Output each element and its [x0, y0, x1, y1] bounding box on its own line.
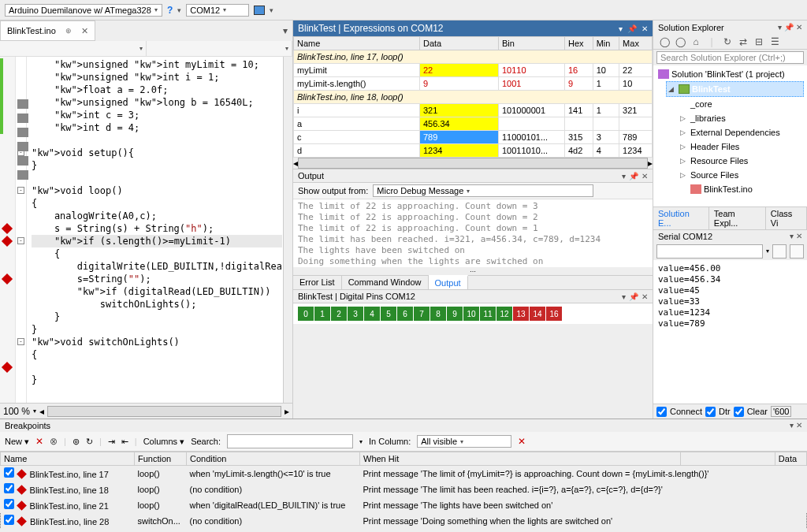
tree-item[interactable]: BlinkTest.ino [679, 182, 804, 196]
expr-scrollbar[interactable] [298, 158, 648, 169]
delete-all-icon[interactable]: ⊗ [50, 436, 58, 447]
connect-checkbox[interactable] [656, 407, 667, 417]
code-area[interactable]: ---- "kw">unsigned "kw">int myLimit = 10… [0, 57, 292, 403]
code-nav[interactable] [0, 41, 292, 57]
zoom-dropdown[interactable]: ▾ [33, 407, 36, 415]
delete-icon[interactable]: ✕ [35, 436, 43, 447]
fwd-icon[interactable]: ◯ [674, 36, 686, 47]
close-icon[interactable]: ✕ [796, 23, 802, 32]
dtr-checkbox[interactable] [705, 407, 716, 417]
dropdown-icon[interactable]: ▾ [790, 421, 794, 430]
sync-icon[interactable]: ⇄ [737, 36, 749, 47]
tree-item[interactable]: ▷ Source Files [679, 168, 804, 182]
pin-icon[interactable]: 📌 [629, 172, 638, 180]
se-tab[interactable]: Class Vi [766, 207, 807, 229]
clear-checkbox[interactable] [734, 407, 744, 417]
tab-menu-icon[interactable]: ▾ [278, 25, 292, 36]
pin-icon[interactable]: 📌 [784, 23, 794, 32]
tree-item[interactable]: ▷ External Dependencies [679, 125, 804, 140]
output-tab[interactable]: Command Window [342, 276, 429, 289]
dropdown-icon[interactable]: ▾ [177, 6, 181, 14]
close-icon[interactable]: ✕ [796, 421, 802, 430]
back-icon[interactable]: ◯ [658, 36, 671, 47]
close-icon[interactable]: ✕ [642, 172, 648, 180]
refresh-icon[interactable]: ↻ [721, 36, 734, 47]
digital-pin[interactable]: 14 [530, 307, 545, 321]
scrollbar-h[interactable] [47, 406, 281, 417]
digital-pin[interactable]: 12 [496, 307, 512, 321]
editor-tab[interactable]: BlinkTest.ino ⊕ ✕ [0, 20, 95, 41]
serial-output[interactable]: value=456.00value=456.34value=45value=33… [653, 260, 807, 404]
buf-field[interactable]: '600 [771, 406, 791, 417]
digital-pin[interactable]: 11 [480, 307, 496, 321]
incol-combo[interactable]: All visible [417, 435, 511, 448]
output-tab[interactable]: Output [429, 275, 468, 289]
digital-pin[interactable]: 0 [298, 307, 314, 321]
output-title: Output [298, 171, 324, 180]
close-icon[interactable]: ✕ [796, 232, 802, 240]
digital-pin[interactable]: 4 [364, 307, 380, 321]
editor-panel: BlinkTest.ino ⊕ ✕ ▾ ---- "kw">unsigned "… [0, 20, 293, 419]
port-combo[interactable]: COM12 [186, 4, 249, 17]
dropdown-icon[interactable]: ▾ [619, 24, 623, 33]
close-icon[interactable]: ✕ [642, 292, 648, 301]
home-icon[interactable]: ⌂ [690, 36, 702, 47]
se-search[interactable]: Search Solution Explorer (Ctrl+;) [656, 51, 804, 64]
digital-pin[interactable]: 7 [414, 307, 430, 321]
scroll-left-icon[interactable]: ◂ [39, 406, 44, 417]
collapse-icon[interactable]: ⊟ [753, 36, 765, 47]
tree-item[interactable]: _core [679, 97, 804, 111]
digital-pin[interactable]: 13 [513, 307, 529, 321]
close-icon[interactable]: ✕ [81, 26, 88, 36]
output-source-combo[interactable]: Micro Debug Message [373, 184, 593, 197]
scrollbar-v[interactable] [283, 57, 292, 403]
scroll-right-icon[interactable]: ▸ [284, 406, 289, 417]
digital-pin[interactable]: 2 [331, 307, 347, 321]
enable-icon[interactable]: ⊚ [73, 437, 80, 447]
help-icon[interactable]: ? [167, 5, 173, 16]
close-icon[interactable]: ✕ [642, 24, 648, 33]
pin-icon[interactable]: 📌 [629, 292, 638, 301]
output-splitter[interactable]: ⋯ [293, 267, 653, 275]
digital-pin[interactable]: 5 [381, 307, 396, 321]
dropdown-icon[interactable]: ▾ [790, 232, 794, 240]
serial-btn-2[interactable] [790, 244, 804, 259]
serial-combo[interactable] [656, 244, 763, 259]
digital-pin[interactable]: 6 [397, 307, 413, 321]
dropdown-icon[interactable]: ▾ [622, 292, 626, 301]
se-tab[interactable]: Solution E... [653, 207, 709, 229]
columns-button[interactable]: Columns ▾ [143, 437, 184, 447]
board-combo[interactable]: Arduino Duemilanove w/ ATmega328 [5, 4, 162, 17]
export-icon[interactable]: ⇤ [121, 437, 128, 447]
expressions-table[interactable]: NameDataBinHexMinMaxBlinkTest.ino, line … [293, 36, 653, 158]
digital-pin[interactable]: 10 [463, 307, 479, 321]
redo-icon[interactable]: ↻ [86, 437, 93, 447]
monitor-icon[interactable] [254, 6, 265, 15]
output-text[interactable]: The limit of 22 is approaching. Count do… [293, 199, 653, 267]
clear-search-icon[interactable]: ✕ [518, 436, 526, 447]
import-icon[interactable]: ⇥ [108, 437, 115, 447]
serial-btn-1[interactable] [772, 244, 787, 259]
se-tab[interactable]: Team Expl... [709, 207, 766, 229]
solution-tree[interactable]: Solution 'BlinkTest' (1 project)◢ BlinkT… [653, 65, 807, 206]
search-input[interactable] [227, 434, 353, 448]
new-button[interactable]: New ▾ [5, 437, 29, 447]
output-tab[interactable]: Error List [293, 276, 342, 289]
pin-icon[interactable]: ⊕ [61, 24, 76, 38]
digital-pin[interactable]: 1 [314, 307, 330, 321]
props-icon[interactable]: ☰ [768, 36, 781, 47]
tree-project[interactable]: ◢ BlinkTest [666, 81, 804, 97]
dropdown-icon[interactable]: ▾ [622, 172, 626, 180]
zoom-label: 100 % [3, 406, 30, 417]
pin-icon[interactable]: 📌 [627, 24, 637, 33]
breakpoints-table[interactable]: NameFunctionConditionWhen HitData BlinkT… [0, 452, 807, 529]
tree-item[interactable]: ▷ Header Files [679, 140, 804, 154]
tree-item[interactable]: ▷ Resource Files [679, 154, 804, 168]
digital-pin[interactable]: 16 [546, 307, 562, 321]
dropdown-icon[interactable]: ▾ [778, 23, 782, 32]
dropdown-icon-2[interactable]: ▾ [270, 6, 273, 14]
tree-item[interactable]: ▷ _libraries [679, 111, 804, 125]
digital-pin[interactable]: 9 [447, 307, 463, 321]
digital-pin[interactable]: 8 [430, 307, 446, 321]
digital-pin[interactable]: 3 [348, 307, 363, 321]
